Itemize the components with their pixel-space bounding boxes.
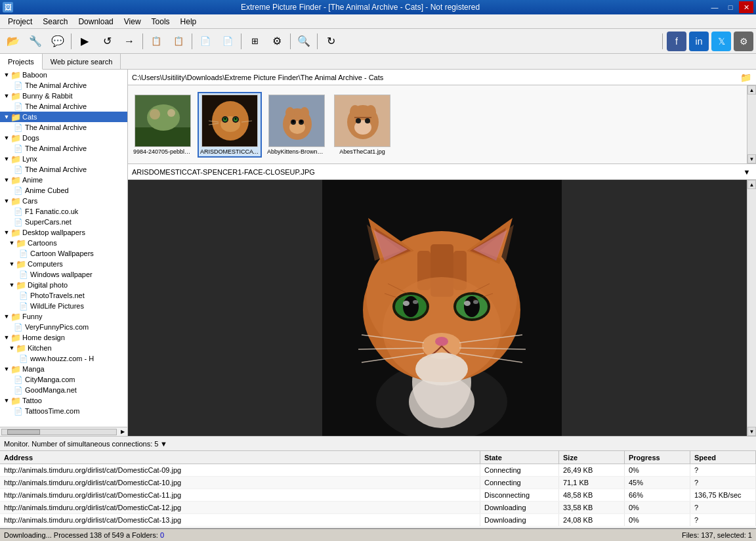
- thumb-img-1[interactable]: [135, 95, 191, 147]
- thumb-scroll-up[interactable]: ▲: [747, 85, 756, 95]
- toolbar-refresh[interactable]: ↻: [320, 32, 341, 51]
- toolbar-new[interactable]: 📂: [3, 32, 24, 51]
- toolbar-copy1[interactable]: 📋: [146, 32, 167, 51]
- thumbnail-1[interactable]: 9984-240705-pebbles-10l.jpg: [131, 92, 195, 158]
- tree-item-manga[interactable]: ▼ 📁 Manga: [0, 364, 127, 374]
- toggle-digital[interactable]: ▼: [8, 281, 16, 289]
- twitter-button[interactable]: 𝕏: [711, 32, 731, 51]
- toolbar-search[interactable]: 🔍: [293, 32, 314, 51]
- sidebar-scroll[interactable]: ▼ 📁 Baboon 📄 The Animal Archive ▼ 📁 Bunn…: [0, 70, 127, 427]
- toolbar-doc1[interactable]: 📄: [195, 32, 216, 51]
- maximize-button[interactable]: □: [723, 1, 738, 13]
- toggle-cats[interactable]: ▼: [3, 113, 10, 121]
- tree-item-anime-child[interactable]: 📄 Anime Cubed: [0, 185, 127, 196]
- tree-item-baboon-child[interactable]: 📄 The Animal Archive: [0, 80, 127, 91]
- tree-item-wildlife[interactable]: 📄 WildLife Pictures: [0, 301, 127, 311]
- main-image-vscroll[interactable]: ▲ ▼: [747, 180, 756, 436]
- monitor-dropdown[interactable]: ▼: [158, 440, 169, 448]
- download-row-1[interactable]: http://animals.timduru.org/dirlist/cat/D…: [0, 464, 756, 477]
- minimize-button[interactable]: —: [707, 1, 722, 13]
- tree-item-cats-child[interactable]: 📄 The Animal Archive: [0, 122, 127, 133]
- tree-item-kitchen[interactable]: ▼ 📁 Kitchen: [0, 343, 127, 353]
- tree-item-bunny[interactable]: ▼ 📁 Bunny & Rabbit: [0, 91, 127, 101]
- tree-item-dogs-child[interactable]: 📄 The Animal Archive: [0, 143, 127, 154]
- tree-item-lynx-child[interactable]: 📄 The Animal Archive: [0, 164, 127, 175]
- tree-item-cars[interactable]: ▼ 📁 Cars: [0, 196, 127, 206]
- toggle-cars[interactable]: ▼: [3, 197, 10, 205]
- download-row-3[interactable]: http://animals.timduru.org/dirlist/cat/D…: [0, 489, 756, 502]
- toggle-kitchen[interactable]: ▼: [8, 344, 16, 352]
- tree-item-lynx[interactable]: ▼ 📁 Lynx: [0, 154, 127, 164]
- toggle-bunny[interactable]: ▼: [3, 92, 10, 100]
- toolbar-back[interactable]: ↺: [96, 32, 117, 51]
- tree-item-cars-super[interactable]: 📄 SuperCars.net: [0, 217, 127, 227]
- tree-item-cartoons[interactable]: ▼ 📁 Cartoons: [0, 238, 127, 248]
- toolbar-gear[interactable]: ⚙: [266, 32, 287, 51]
- thumbnail-3[interactable]: AbbyKittens-BrownDomesticCa...: [264, 92, 329, 158]
- menu-search[interactable]: Search: [37, 16, 73, 28]
- tree-item-citymanga[interactable]: 📄 CityManga.com: [0, 374, 127, 385]
- toggle-dogs[interactable]: ▼: [3, 134, 10, 142]
- tree-item-dogs[interactable]: ▼ 📁 Dogs: [0, 133, 127, 143]
- toolbar-copy2[interactable]: 📋: [168, 32, 189, 51]
- thumb-scroll-down[interactable]: ▼: [747, 154, 756, 163]
- toolbar-grid[interactable]: ⊞: [244, 32, 265, 51]
- toolbar-comment[interactable]: 💬: [47, 32, 68, 51]
- download-row-2[interactable]: http://animals.timduru.org/dirlist/cat/D…: [0, 477, 756, 489]
- toolbar-doc2[interactable]: 📄: [217, 32, 238, 51]
- thumb-img-4[interactable]: [334, 95, 390, 147]
- menu-tools[interactable]: Tools: [146, 16, 175, 28]
- menu-download[interactable]: Download: [73, 16, 118, 28]
- thumbnail-2[interactable]: ARISDOMESTICCAT-SPENCER1-FACE-CLOSEUP.JP…: [198, 92, 262, 158]
- tree-item-homedesign[interactable]: ▼ 📁 Home design: [0, 332, 127, 343]
- thumb-scroll-vertical[interactable]: ▲ ▼: [747, 85, 756, 163]
- h-thumb-handle[interactable]: [7, 429, 40, 435]
- toolbar-settings[interactable]: 🔧: [25, 32, 46, 51]
- tree-item-tattoo[interactable]: ▼ 📁 Tattoo: [0, 395, 127, 406]
- toolbar-forward[interactable]: →: [119, 32, 140, 51]
- tree-item-phototravels[interactable]: 📄 PhotoTravels.net: [0, 290, 127, 301]
- image-name-dropdown[interactable]: ▼: [742, 168, 752, 176]
- sidebar-h-scrollbar[interactable]: ▶: [0, 427, 127, 436]
- download-row-4[interactable]: http://animals.timduru.org/dirlist/cat/D…: [0, 502, 756, 514]
- tree-item-computers[interactable]: ▼ 📁 Computers: [0, 259, 127, 269]
- tree-item-anime[interactable]: ▼ 📁 Anime: [0, 175, 127, 185]
- toggle-homedesign[interactable]: ▼: [3, 334, 10, 341]
- tree-item-computers-child[interactable]: 📄 Windows wallpaper: [0, 269, 127, 280]
- tab-web-picture-search[interactable]: Web picture search: [43, 54, 121, 69]
- toggle-cartoons[interactable]: ▼: [8, 239, 16, 247]
- thumb-img-2[interactable]: [201, 95, 258, 147]
- tree-item-funny-child[interactable]: 📄 VeryFunnyPics.com: [0, 322, 127, 332]
- tree-item-desktop[interactable]: ▼ 📁 Desktop wallpapers: [0, 227, 127, 238]
- toggle-funny[interactable]: ▼: [3, 313, 10, 320]
- tab-projects[interactable]: Projects: [0, 54, 43, 70]
- sidebar-h-thumb[interactable]: [1, 429, 117, 435]
- toolbar-play[interactable]: ▶: [74, 32, 95, 51]
- menu-project[interactable]: Project: [3, 16, 37, 28]
- thumb-img-3[interactable]: [268, 95, 325, 147]
- toggle-computers[interactable]: ▼: [8, 260, 16, 268]
- scroll-right-btn[interactable]: ▶: [118, 429, 127, 435]
- tree-item-digital[interactable]: ▼ 📁 Digital photo: [0, 280, 127, 290]
- main-scroll-down[interactable]: ▼: [747, 427, 756, 436]
- tree-item-cartoons-child[interactable]: 📄 Cartoon Wallpapers: [0, 248, 127, 259]
- tree-item-bunny-child[interactable]: 📄 The Animal Archive: [0, 101, 127, 112]
- menu-help[interactable]: Help: [175, 16, 202, 28]
- toggle-desktop[interactable]: ▼: [3, 228, 10, 236]
- toggle-anime[interactable]: ▼: [3, 176, 10, 184]
- tree-item-funny[interactable]: ▼ 📁 Funny: [0, 311, 127, 322]
- toggle-lynx[interactable]: ▼: [3, 155, 10, 163]
- tree-item-goodmanga[interactable]: 📄 GoodManga.net: [0, 385, 127, 395]
- download-row-5[interactable]: http://animals.timduru.org/dirlist/cat/D…: [0, 514, 756, 527]
- menu-view[interactable]: View: [119, 16, 146, 28]
- path-folder-button[interactable]: 📁: [739, 71, 752, 84]
- tree-item-tattoostime[interactable]: 📄 TattoosTime.com: [0, 406, 127, 416]
- tree-item-houzz[interactable]: 📄 www.houzz.com - H: [0, 353, 127, 364]
- social-button2[interactable]: in: [689, 32, 709, 51]
- toggle-tattoo[interactable]: ▼: [3, 397, 10, 404]
- thumbnail-4[interactable]: AbesTheCat1.jpg: [331, 92, 393, 158]
- tree-item-baboon[interactable]: ▼ 📁 Baboon: [0, 70, 127, 80]
- main-scroll-up[interactable]: ▲: [747, 180, 756, 189]
- social-gear-button[interactable]: ⚙: [734, 32, 753, 51]
- tree-item-cars-f1[interactable]: 📄 F1 Fanatic.co.uk: [0, 206, 127, 217]
